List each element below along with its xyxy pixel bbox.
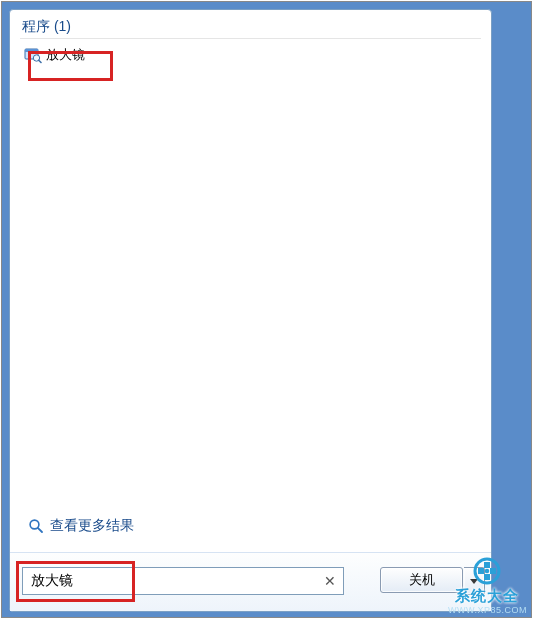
see-more-results[interactable]: 查看更多结果 xyxy=(24,514,138,538)
search-icon xyxy=(28,518,44,534)
separator xyxy=(20,38,481,39)
magnifier-icon xyxy=(24,46,42,64)
search-input[interactable] xyxy=(22,567,344,595)
start-menu-frame: 程序 (1) 放大镜 xyxy=(1,1,532,618)
svg-rect-1 xyxy=(25,49,38,52)
shutdown-menu-button[interactable] xyxy=(464,567,485,595)
chevron-down-icon xyxy=(470,579,478,584)
search-results-area: 程序 (1) 放大镜 xyxy=(20,18,481,546)
result-item-label: 放大镜 xyxy=(46,46,85,64)
see-more-label: 查看更多结果 xyxy=(50,517,134,535)
search-box-wrap: ✕ xyxy=(22,567,344,595)
bottom-bar: ✕ 关机 xyxy=(10,552,491,611)
start-menu-panel: 程序 (1) 放大镜 xyxy=(9,9,492,612)
result-item-magnifier[interactable]: 放大镜 xyxy=(20,44,89,66)
svg-line-3 xyxy=(39,60,41,62)
group-header-programs: 程序 (1) xyxy=(20,18,481,36)
clear-search-icon[interactable]: ✕ xyxy=(322,573,338,589)
shutdown-button[interactable]: 关机 xyxy=(380,567,463,593)
svg-line-5 xyxy=(38,528,42,532)
